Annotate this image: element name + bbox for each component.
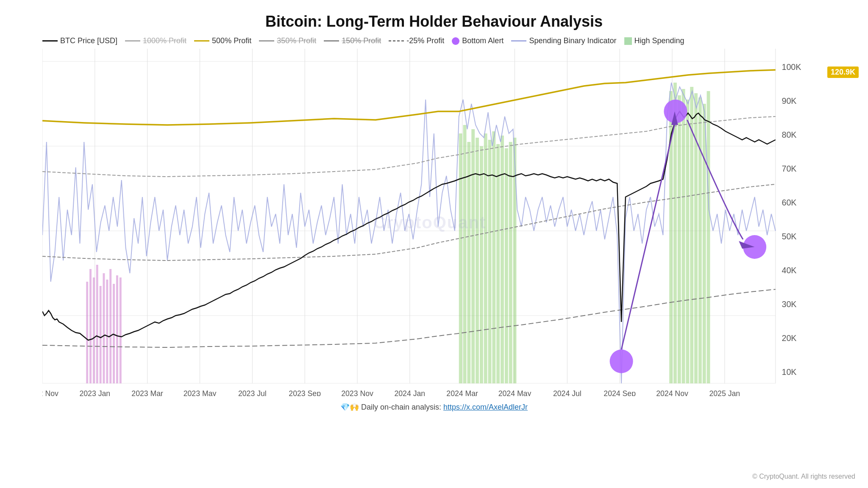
svg-rect-67 xyxy=(484,133,487,383)
svg-text:50K: 50K xyxy=(782,232,796,241)
svg-rect-58 xyxy=(113,284,115,383)
svg-text:70K: 70K xyxy=(782,164,796,173)
footer-link[interactable]: https://x.com/AxelAdlerJr xyxy=(443,403,528,411)
svg-rect-61 xyxy=(459,133,462,383)
svg-text:2023 Mar: 2023 Mar xyxy=(131,389,163,396)
footer-text: 💎🙌 Daily on-chain analysis: xyxy=(340,403,441,411)
chart-title: Bitcoin: Long-Term Holder Behaviour Anal… xyxy=(8,13,860,30)
svg-rect-79 xyxy=(686,100,689,383)
svg-rect-68 xyxy=(488,140,492,383)
svg-text:2025 Jan: 2025 Jan xyxy=(709,389,740,396)
profit-150-line xyxy=(42,184,776,261)
legend-bottom-alert: Bottom Alert xyxy=(452,36,504,45)
svg-text:10K: 10K xyxy=(782,367,796,377)
svg-rect-63 xyxy=(467,142,470,383)
legend-350-profit: 350% Profit xyxy=(259,36,316,45)
svg-text:2023 May: 2023 May xyxy=(184,389,217,396)
btc-price-line xyxy=(42,111,776,340)
chart-svg: 4M 3M 2M 1M 0 100K 90K 80K 70K 60K 50K 4… xyxy=(42,49,817,396)
copyright: © CryptoQuant. All rights reserved xyxy=(752,473,855,480)
svg-rect-82 xyxy=(698,97,702,383)
svg-rect-66 xyxy=(480,146,483,383)
legend-btc-price-label: BTC Price [USD] xyxy=(60,36,117,45)
legend-bottom-alert-label: Bottom Alert xyxy=(462,36,504,45)
legend-neg25-profit: -25% Profit xyxy=(389,36,444,45)
svg-rect-83 xyxy=(703,104,706,383)
svg-rect-0 xyxy=(42,49,776,388)
legend-500-profit: 500% Profit xyxy=(194,36,251,45)
svg-rect-73 xyxy=(509,142,512,383)
svg-rect-74 xyxy=(513,138,517,383)
legend-spending-binary: Spending Binary Indicator xyxy=(511,36,616,45)
legend: BTC Price [USD] 1000% Profit 500% Profit… xyxy=(42,36,860,45)
svg-rect-71 xyxy=(501,136,504,383)
legend-150-profit: 150% Profit xyxy=(324,36,381,45)
footer: 💎🙌 Daily on-chain analysis: https://x.co… xyxy=(8,402,860,412)
svg-rect-55 xyxy=(103,273,105,383)
svg-rect-57 xyxy=(109,269,111,383)
svg-rect-56 xyxy=(106,280,108,383)
svg-text:90K: 90K xyxy=(782,96,796,105)
svg-text:80K: 80K xyxy=(782,130,796,139)
svg-text:2024 Mar: 2024 Mar xyxy=(446,389,478,396)
legend-500-profit-label: 500% Profit xyxy=(212,36,251,45)
svg-text:2024 Sep: 2024 Sep xyxy=(604,389,636,396)
svg-rect-59 xyxy=(116,275,118,383)
svg-rect-78 xyxy=(682,89,685,383)
legend-150-profit-label: 150% Profit xyxy=(342,36,381,45)
legend-spending-binary-label: Spending Binary Indicator xyxy=(529,36,616,45)
svg-text:2024 Jul: 2024 Jul xyxy=(553,389,581,396)
svg-rect-62 xyxy=(463,125,467,383)
svg-rect-51 xyxy=(89,269,92,383)
legend-btc-price: BTC Price [USD] xyxy=(42,36,117,45)
svg-text:30K: 30K xyxy=(782,299,796,309)
legend-1000-profit: 1000% Profit xyxy=(125,36,186,45)
svg-text:60K: 60K xyxy=(782,198,796,207)
legend-high-spending: High Spending xyxy=(624,36,684,45)
svg-rect-60 xyxy=(120,277,122,383)
svg-text:2023 Jan: 2023 Jan xyxy=(79,389,110,396)
legend-neg25-profit-label: -25% Profit xyxy=(406,36,444,45)
legend-350-profit-label: 350% Profit xyxy=(277,36,316,45)
svg-text:2024 Nov: 2024 Nov xyxy=(656,389,688,396)
svg-rect-72 xyxy=(505,148,508,383)
svg-rect-84 xyxy=(707,91,710,383)
chart-container: Bitcoin: Long-Term Holder Behaviour Anal… xyxy=(0,0,868,488)
svg-rect-50 xyxy=(86,282,88,383)
legend-1000-profit-label: 1000% Profit xyxy=(143,36,186,45)
svg-text:2023 Jul: 2023 Jul xyxy=(238,389,267,396)
svg-rect-64 xyxy=(471,129,475,383)
svg-rect-54 xyxy=(100,286,102,383)
svg-rect-69 xyxy=(492,131,495,383)
svg-rect-70 xyxy=(496,144,500,383)
svg-text:2024 Jan: 2024 Jan xyxy=(394,389,425,396)
chart-area: CryptoQuant 120.9K 4M 3M 2M 1M 0 100K 90… xyxy=(42,49,817,396)
legend-high-spending-label: High Spending xyxy=(634,36,684,45)
bottom-alert-dot-1 xyxy=(610,349,633,373)
svg-text:2023 Sep: 2023 Sep xyxy=(289,389,321,396)
svg-text:20K: 20K xyxy=(782,333,796,343)
svg-rect-77 xyxy=(678,95,681,383)
svg-rect-53 xyxy=(96,265,98,383)
svg-text:100K: 100K xyxy=(782,62,801,72)
profit-neg25-line xyxy=(42,289,776,347)
svg-text:40K: 40K xyxy=(782,266,796,275)
svg-text:2024 May: 2024 May xyxy=(498,389,531,396)
svg-rect-52 xyxy=(93,277,95,383)
svg-text:2022 Nov: 2022 Nov xyxy=(42,389,58,396)
svg-text:2023 Nov: 2023 Nov xyxy=(341,389,373,396)
price-label: 120.9K xyxy=(827,67,859,78)
